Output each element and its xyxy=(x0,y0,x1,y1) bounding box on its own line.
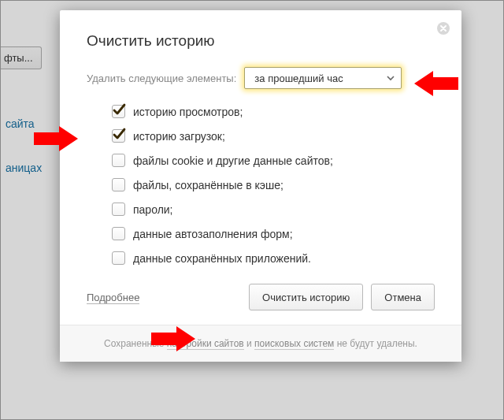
checkbox[interactable] xyxy=(112,178,125,191)
checkbox[interactable] xyxy=(112,129,125,143)
time-range-value: за прошедший час xyxy=(254,72,343,84)
checkbox[interactable] xyxy=(112,105,125,118)
checkbox-label: файлы cookie и другие данные сайтов; xyxy=(133,154,333,167)
footer-text-post: не будут удалены. xyxy=(334,338,417,349)
footer-text-pre: Сохраненные xyxy=(104,338,167,349)
details-link[interactable]: Подробнее xyxy=(87,292,139,304)
dialog-footer: Сохраненные настройки сайтов и поисковых… xyxy=(60,325,461,362)
cancel-button[interactable]: Отмена xyxy=(371,284,435,310)
check-row: данные автозаполнения форм; xyxy=(112,227,435,240)
checkbox-label: данные автозаполнения форм; xyxy=(133,228,293,240)
checkbox-label: файлы, сохранённые в кэше; xyxy=(133,179,284,191)
time-range-dropdown[interactable]: за прошедший час xyxy=(244,67,402,89)
checkbox[interactable] xyxy=(112,227,125,240)
check-row: файлы, сохранённые в кэше; xyxy=(112,178,435,191)
time-range-label: Удалить следующие элементы: xyxy=(87,72,236,84)
checkbox-label: данные сохранённых приложений. xyxy=(133,252,311,265)
checkbox-label: историю загрузок; xyxy=(133,130,225,143)
dialog-title: Очистить историю xyxy=(87,32,435,50)
clear-history-button[interactable]: Очистить историю xyxy=(249,284,363,310)
checkbox-label: пароли; xyxy=(133,203,173,216)
check-row: историю загрузок; xyxy=(112,129,435,143)
check-row: данные сохранённых приложений. xyxy=(112,251,435,265)
close-icon[interactable] xyxy=(436,21,450,35)
check-row: пароли; xyxy=(112,203,435,216)
checkbox-label: историю просмотров; xyxy=(133,106,243,118)
checkbox[interactable] xyxy=(112,203,125,216)
checkbox[interactable] xyxy=(112,154,125,167)
chevron-down-icon xyxy=(387,72,395,84)
check-row: историю просмотров; xyxy=(112,105,435,118)
clear-history-dialog: Очистить историю Удалить следующие элеме… xyxy=(60,10,461,362)
footer-site-settings-link[interactable]: настройки сайтов xyxy=(167,338,244,350)
footer-search-engines-link[interactable]: поисковых систем xyxy=(254,338,334,350)
checkbox[interactable] xyxy=(112,251,125,265)
footer-text-mid: и xyxy=(244,338,254,349)
check-row: файлы cookie и другие данные сайтов; xyxy=(112,154,435,167)
